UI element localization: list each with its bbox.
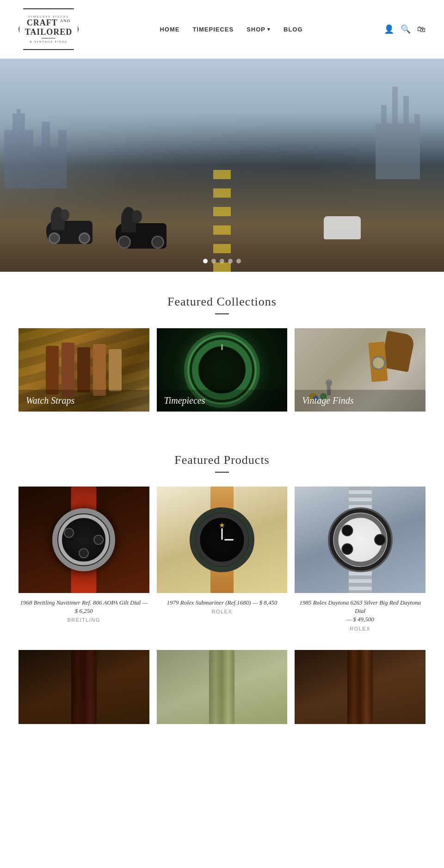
bottom-product-1[interactable] (18, 650, 149, 724)
product-3-bg (295, 487, 426, 593)
bottom-product-2[interactable] (157, 650, 288, 724)
featured-collections-section: Featured Collections Watch Straps (0, 272, 444, 430)
collections-divider (215, 313, 229, 314)
hero-image (0, 59, 444, 272)
nav-home[interactable]: HOME (160, 26, 179, 33)
product-1-name: 1968 Breitling Navitimer Ref. 806 AOPA G… (18, 599, 149, 615)
logo-main: CRAFT AND TAILORED (25, 19, 73, 37)
nav-timepieces[interactable]: TIMEPIECES (192, 26, 234, 33)
nav-shop[interactable]: SHOP ▾ (247, 26, 271, 33)
product-1-brand: BREITLING (18, 617, 149, 623)
featured-products-section: Featured Products 1968 Bre (0, 430, 444, 650)
product-daytona[interactable]: 1985 Rolex Daytona 6263 Silver Big Red D… (295, 487, 426, 631)
collections-grid: Watch Straps Timepieces (18, 328, 426, 412)
hero-dot-1[interactable] (203, 259, 208, 263)
collections-title: Featured Collections (18, 295, 426, 309)
bottom-product-previews (0, 650, 444, 743)
collection-vintage[interactable]: Vintage Finds (295, 328, 426, 412)
site-logo[interactable]: Timeless Pieces CRAFT AND TAILORED & Vin… (18, 8, 79, 50)
hero-dots (203, 259, 241, 263)
hero-dot-2[interactable] (211, 259, 216, 263)
hero-slider (0, 59, 444, 272)
straps-bg: Watch Straps (18, 328, 149, 412)
products-grid: 1968 Breitling Navitimer Ref. 806 AOPA G… (18, 487, 426, 631)
nav-icons: 👤 🔍 🛍 (384, 24, 426, 34)
account-icon[interactable]: 👤 (384, 24, 394, 34)
hero-dot-4[interactable] (228, 259, 233, 263)
product-2-brand: ROLEX (157, 609, 288, 614)
vintage-bg: Vintage Finds (295, 328, 426, 412)
main-nav: HOME TIMEPIECES SHOP ▾ BLOG (160, 26, 302, 33)
bottom-product-3[interactable] (295, 650, 426, 724)
product-3-brand: ROLEX (295, 626, 426, 631)
cart-icon[interactable]: 🛍 (417, 25, 426, 34)
timepieces-label: Timepieces (157, 390, 288, 412)
product-2-image (157, 487, 288, 593)
shop-dropdown-arrow: ▾ (267, 26, 271, 32)
collection-timepieces[interactable]: Timepieces (157, 328, 288, 412)
vintage-label: Vintage Finds (295, 390, 426, 412)
hero-dot-5[interactable] (236, 259, 241, 263)
product-2-bg (157, 487, 288, 593)
hero-dot-3[interactable] (220, 259, 224, 263)
collection-watch-straps[interactable]: Watch Straps (18, 328, 149, 412)
products-title: Featured Products (18, 453, 426, 467)
site-header: Timeless Pieces CRAFT AND TAILORED & Vin… (0, 0, 444, 59)
product-3-name: 1985 Rolex Daytona 6263 Silver Big Red D… (295, 599, 426, 624)
timepieces-bg: Timepieces (157, 328, 288, 412)
search-icon[interactable]: 🔍 (401, 24, 411, 34)
logo-divider (42, 38, 56, 38)
product-1-bg (18, 487, 149, 593)
product-breitling[interactable]: 1968 Breitling Navitimer Ref. 806 AOPA G… (18, 487, 149, 631)
logo-bottom-text: & Vintage Finds (30, 40, 68, 44)
product-1-image (18, 487, 149, 593)
straps-label: Watch Straps (18, 390, 149, 412)
products-divider (215, 472, 229, 473)
product-3-image (295, 487, 426, 593)
product-submariner[interactable]: 1979 Rolex Submariner (Ref.1680) — $ 8,4… (157, 487, 288, 631)
product-2-name: 1979 Rolex Submariner (Ref.1680) — $ 8,4… (157, 599, 288, 607)
nav-blog[interactable]: BLOG (284, 26, 303, 33)
